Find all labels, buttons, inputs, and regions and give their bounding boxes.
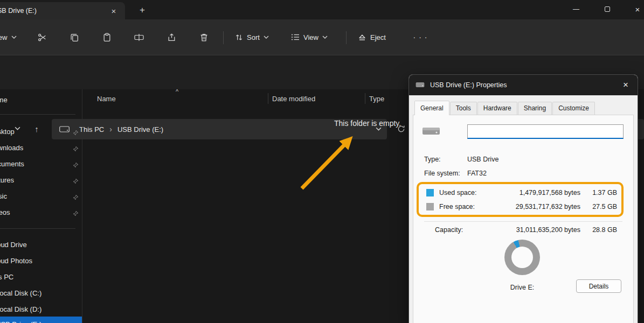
tab-general[interactable]: General: [414, 101, 449, 115]
pin-icon: [73, 193, 79, 202]
sidebar-divider: [0, 114, 75, 115]
pin-icon: [73, 209, 79, 219]
explorer-tab[interactable]: USB Drive (E:) ×: [0, 2, 125, 19]
details-button[interactable]: Details: [576, 279, 621, 293]
file-system-value: FAT32: [467, 170, 487, 177]
view-icon: [291, 33, 300, 41]
address-dropdown-icon[interactable]: [376, 127, 382, 131]
more-options-button[interactable]: · · ·: [411, 27, 430, 47]
breadcrumb-usb-drive[interactable]: USB Drive (E:): [115, 125, 165, 134]
volume-label-input[interactable]: [467, 124, 624, 139]
maximize-button[interactable]: [595, 0, 620, 18]
drive-icon: [416, 80, 425, 90]
column-header-name[interactable]: Name: [97, 95, 116, 103]
sidebar-item-documents[interactable]: Documents: [0, 156, 82, 172]
sidebar-item-local-disk-c[interactable]: Local Disk (C:): [0, 285, 82, 301]
chevron-down-icon: [264, 36, 269, 39]
column-header-type[interactable]: Type: [369, 95, 384, 103]
sidebar-item-icloud-drive[interactable]: iCloud Drive: [0, 236, 82, 252]
type-value: USB Drive: [467, 156, 498, 163]
paste-icon: [102, 33, 112, 42]
new-tab-button[interactable]: +: [135, 3, 150, 17]
annotation-arrow: [292, 127, 368, 197]
sidebar-item-usb-drive-e[interactable]: USB Drive (E:): [0, 317, 82, 323]
pin-icon: [73, 128, 79, 138]
cut-button[interactable]: [32, 27, 52, 47]
minimize-button[interactable]: —: [564, 0, 588, 18]
toolbar-separator: [346, 31, 347, 44]
type-label: Type:: [424, 156, 441, 163]
properties-dialog: USB Drive (E:) Properties × General Tool…: [408, 74, 638, 323]
drive-label: Drive E:: [495, 284, 549, 291]
column-divider[interactable]: [365, 93, 365, 104]
drive-icon-large: [422, 125, 440, 138]
maximize-icon: [605, 6, 610, 12]
delete-button[interactable]: [194, 27, 213, 47]
tab-bar: USB Drive (E:) × + — ×: [0, 0, 644, 19]
sidebar-item-label: Downloads: [0, 144, 23, 152]
sidebar-item-home[interactable]: Home: [0, 92, 82, 108]
capacity-size: 28.8 GB: [581, 226, 617, 234]
sidebar-item-label: Videos: [0, 208, 10, 216]
sidebar-item-pictures[interactable]: Pictures: [0, 172, 82, 188]
pin-icon: [73, 177, 79, 186]
new-button[interactable]: New: [0, 27, 28, 47]
capacity-pie: [504, 240, 540, 275]
view-button[interactable]: View: [287, 27, 332, 47]
dialog-tabs: General Tools Hardware Sharing Customize: [414, 102, 595, 115]
eject-button[interactable]: Eject: [354, 27, 390, 47]
sidebar-item-label: Music: [0, 192, 7, 200]
cut-icon: [38, 33, 47, 42]
sort-button[interactable]: Sort: [231, 27, 273, 47]
copy-button[interactable]: [65, 27, 84, 47]
pin-icon: [73, 144, 79, 154]
share-icon: [167, 33, 176, 42]
command-bar: New: [0, 19, 644, 55]
toolbar-separator: [223, 31, 224, 44]
sidebar-item-downloads[interactable]: Downloads: [0, 139, 82, 156]
view-button-label: View: [303, 33, 318, 41]
dialog-title: USB Drive (E:) Properties: [430, 81, 507, 89]
column-header-date-modified[interactable]: Date modified: [272, 95, 315, 103]
sidebar-item-desktop[interactable]: Desktop: [0, 123, 82, 139]
dialog-title-bar[interactable]: USB Drive (E:) Properties ×: [409, 75, 638, 95]
sidebar-item-videos[interactable]: Videos: [0, 204, 82, 220]
new-button-label: New: [0, 33, 8, 41]
sidebar-item-label: Local Disk (D:): [0, 305, 41, 313]
chevron-down-icon: [322, 36, 328, 39]
tab-customize[interactable]: Customize: [552, 102, 595, 115]
tab-hardware[interactable]: Hardware: [477, 102, 517, 115]
column-divider[interactable]: [268, 93, 268, 104]
navigation-pane: Home Desktop Downloads Documents Picture…: [0, 89, 82, 323]
sidebar-item-label: Desktop: [0, 128, 15, 136]
copy-icon: [70, 33, 79, 42]
sidebar-item-label: iCloud Photos: [0, 257, 32, 265]
sort-ascending-icon: ^: [176, 88, 178, 95]
eject-icon: [358, 33, 366, 41]
sidebar-item-label: Pictures: [0, 176, 14, 184]
sidebar-item-label: Home: [0, 96, 8, 104]
dialog-close-button[interactable]: ×: [614, 75, 638, 95]
annotation-highlight-box: [417, 182, 624, 217]
close-button[interactable]: ×: [625, 0, 644, 18]
tab-sharing[interactable]: Sharing: [518, 102, 552, 115]
trash-icon: [199, 33, 209, 42]
rename-icon: [134, 33, 144, 42]
tab-close-icon[interactable]: ×: [107, 5, 121, 17]
sidebar-item-label: Documents: [0, 160, 24, 168]
explorer-window: USB Drive (E:) × + — × New: [0, 0, 644, 323]
sidebar-item-this-pc[interactable]: This PC: [0, 269, 82, 285]
sidebar-item-label: Local Disk (C:): [0, 289, 41, 297]
paste-button[interactable]: [97, 27, 116, 47]
dialog-separator: [424, 221, 622, 222]
sidebar-item-local-disk-d[interactable]: Local Disk (D:): [0, 301, 82, 317]
share-button[interactable]: [162, 27, 181, 47]
sidebar-item-label: This PC: [0, 273, 13, 281]
sidebar-item-label: USB Drive (E:): [0, 320, 41, 323]
sort-button-label: Sort: [247, 33, 260, 41]
tab-tools[interactable]: Tools: [450, 102, 477, 115]
pin-icon: [73, 160, 79, 170]
sidebar-item-music[interactable]: Music: [0, 188, 82, 204]
sidebar-item-icloud-photos[interactable]: iCloud Photos: [0, 252, 82, 269]
rename-button[interactable]: [129, 27, 149, 47]
